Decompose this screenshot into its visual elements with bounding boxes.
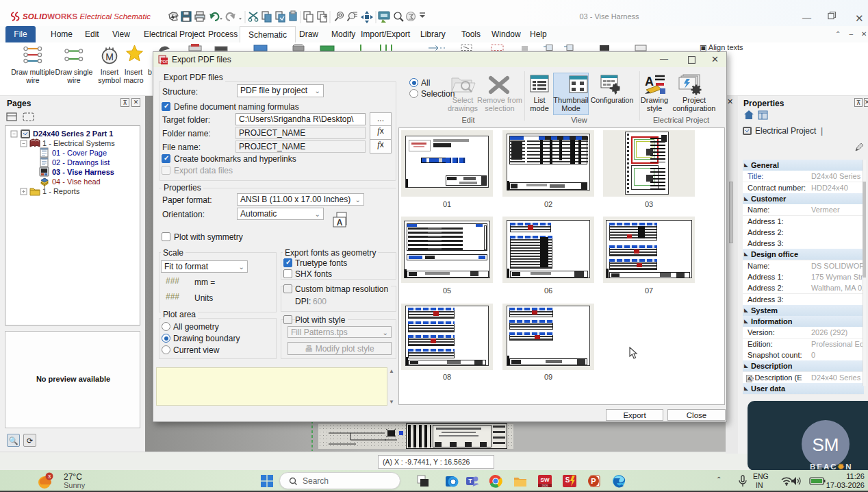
svg-text:PDF: PDF — [160, 60, 168, 64]
svg-text:M: M — [105, 51, 114, 62]
svg-text:2026: 2026 — [542, 484, 549, 487]
svg-text:A: A — [337, 218, 343, 227]
svg-text:3: 3 — [48, 473, 51, 480]
svg-text:T: T — [468, 478, 472, 484]
svg-text:SW: SW — [541, 477, 550, 483]
svg-text:S: S — [565, 476, 570, 484]
svg-text:A: A — [645, 75, 654, 88]
svg-text:P: P — [591, 477, 596, 485]
